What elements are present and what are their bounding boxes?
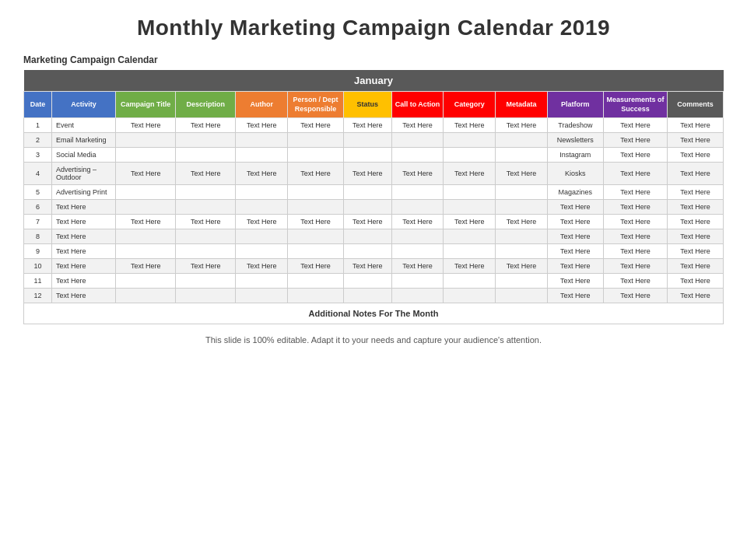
table-row: 4Advertising – OutdoorText HereText Here… <box>24 163 724 185</box>
col-status-header: Status <box>343 92 391 118</box>
main-title: Monthly Marketing Campaign Calendar 2019 <box>23 16 724 40</box>
col-person-header: Person / Dept Responsible <box>288 92 344 118</box>
table-row: 1EventText HereText HereText HereText He… <box>24 118 724 133</box>
col-comments-header: Comments <box>668 92 724 118</box>
column-header-row: Date Activity Campaign Title Description… <box>24 92 724 118</box>
page: Monthly Marketing Campaign Calendar 2019… <box>0 0 747 560</box>
table-row: 5Advertising PrintMagazinesText HereText… <box>24 185 724 200</box>
table-row: 11Text HereText HereText HereText Here <box>24 274 724 289</box>
col-date-header: Date <box>24 92 52 118</box>
col-measure-header: Measurements of Success <box>603 92 667 118</box>
table-row: 9Text HereText HereText HereText Here <box>24 244 724 259</box>
table-row: 10Text HereText HereText HereText HereTe… <box>24 259 724 274</box>
table-row: 12Text HereText HereText HereText Here <box>24 289 724 303</box>
col-metadata-header: Metadata <box>496 92 548 118</box>
month-label: January <box>24 70 724 92</box>
table-row: 2Email MarketingNewslettersText HereText… <box>24 133 724 148</box>
col-platform-header: Platform <box>547 92 603 118</box>
col-campaign-header: Campaign Title <box>116 92 176 118</box>
month-header-row: January <box>24 70 724 92</box>
notes-label: Additional Notes For The Month <box>24 303 724 324</box>
col-activity-header: Activity <box>51 92 115 118</box>
notes-row: Additional Notes For The Month <box>24 303 724 324</box>
col-description-header: Description <box>176 92 236 118</box>
table-body: 1EventText HereText HereText HereText He… <box>24 118 724 324</box>
table-row: 8Text HereText HereText HereText Here <box>24 229 724 244</box>
table-row: 7Text HereText HereText HereText HereTex… <box>24 215 724 229</box>
col-category-header: Category <box>444 92 496 118</box>
table-row: 3Social MediaInstagramText HereText Here <box>24 148 724 163</box>
footer-text: This slide is 100% editable. Adapt it to… <box>23 335 724 345</box>
calendar-table: January Date Activity Campaign Title Des… <box>23 70 724 324</box>
table-row: 6Text HereText HereText HereText Here <box>24 200 724 215</box>
col-cta-header: Call to Action <box>391 92 444 118</box>
section-label: Marketing Campaign Calendar <box>23 54 724 65</box>
col-author-header: Author <box>236 92 288 118</box>
